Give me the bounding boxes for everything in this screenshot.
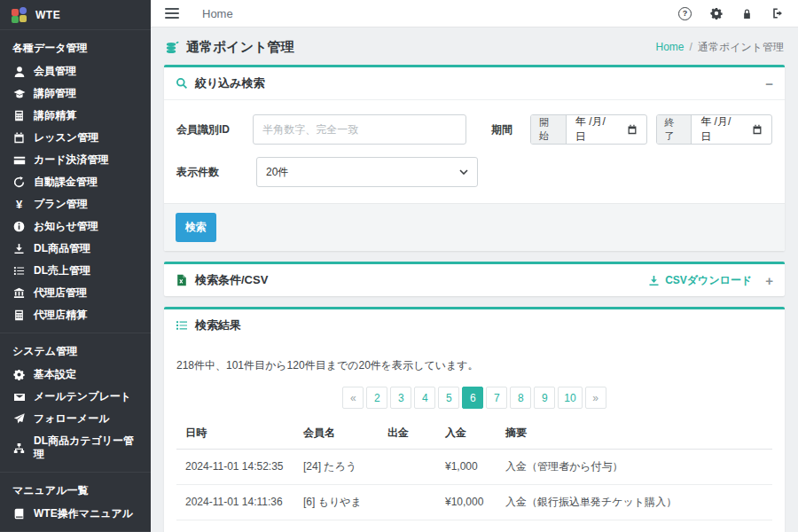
cell-summary: 入金（銀行振込単発チケット購入） xyxy=(497,485,772,520)
bank-icon xyxy=(12,287,26,300)
csv-download-label: CSVダウンロード xyxy=(665,273,752,288)
signout-icon[interactable] xyxy=(771,7,784,20)
pagination-page-7[interactable]: 7 xyxy=(486,387,507,409)
menu-toggle-icon[interactable] xyxy=(165,8,179,19)
member-id-input[interactable] xyxy=(253,114,466,145)
per-page-select[interactable]: 20件 xyxy=(256,157,478,187)
list-icon xyxy=(176,319,188,332)
sidebar-item-dl-sales[interactable]: DL売上管理 xyxy=(0,260,151,282)
sidebar-item-label: DL商品カテゴリー管理 xyxy=(34,434,138,461)
sidebar-item-follow-mail[interactable]: フォローメール xyxy=(0,408,151,430)
period-label: 期間 xyxy=(491,122,530,137)
page-title-text: 通常ポイント管理 xyxy=(186,39,293,56)
cell-withdrawal xyxy=(379,485,436,520)
sidebar-item-lessons[interactable]: レッスン管理 xyxy=(0,127,151,149)
sidebar-item-label: DL商品管理 xyxy=(34,242,90,255)
calculator-icon xyxy=(12,110,26,122)
sidebar-section-data: 各種データ管理 xyxy=(0,30,151,60)
table-header-row: 日時 会員名 出金 入金 摘要 xyxy=(176,418,772,450)
sitemap-icon xyxy=(12,442,26,454)
cell-withdrawal: ¥1,000 xyxy=(379,520,436,532)
yen-icon: ¥ xyxy=(12,199,26,211)
breadcrumb-home-link[interactable]: Home xyxy=(656,41,685,53)
cell-member: [6] もりやま xyxy=(294,485,379,520)
sidebar-item-label: お知らせ管理 xyxy=(34,220,98,233)
sidebar-item-announcements[interactable]: お知らせ管理 xyxy=(0,215,151,238)
filter-card-footer: 検索 xyxy=(164,203,785,251)
csv-card-title: 検索条件/CSV xyxy=(195,272,268,288)
cell-deposit: ¥1,000 xyxy=(436,450,497,485)
excel-file-icon xyxy=(176,274,188,286)
end-date-value: 年 /月/日 xyxy=(700,114,738,145)
sidebar-item-agencies[interactable]: 代理店管理 xyxy=(0,282,151,304)
cell-member: [24] たろう xyxy=(294,520,379,532)
sidebar: WTE 各種データ管理 会員管理 講師管理 講師精算 レッスン管理 カード決済管… xyxy=(0,0,151,532)
sidebar-item-dl-products[interactable]: DL商品管理 xyxy=(0,238,151,260)
sidebar-item-basic-settings[interactable]: 基本設定 xyxy=(0,364,151,386)
sidebar-item-label: レッスン管理 xyxy=(34,131,98,145)
pagination-page-5[interactable]: 5 xyxy=(438,387,459,409)
col-deposit: 入金 xyxy=(436,418,497,450)
sidebar-item-auto-billing[interactable]: 自動課金管理 xyxy=(0,171,151,193)
col-datetime: 日時 xyxy=(176,418,294,450)
member-id-label: 会員識別ID xyxy=(176,122,253,137)
col-member: 会員名 xyxy=(294,418,379,450)
sidebar-item-instructor-settlement[interactable]: 講師精算 xyxy=(0,105,151,127)
user-icon xyxy=(12,66,26,78)
logo-text: WTE xyxy=(35,9,60,21)
pagination-page-9[interactable]: 9 xyxy=(534,387,555,409)
expand-icon[interactable]: + xyxy=(765,274,773,287)
start-date-input[interactable]: 開始 年 /月/日 xyxy=(530,114,646,145)
page-title: 通常ポイント管理 xyxy=(165,39,293,56)
sidebar-item-label: WTE操作マニュアル xyxy=(34,507,133,520)
end-date-prefix: 終了 xyxy=(657,115,692,144)
sidebar-item-members[interactable]: 会員管理 xyxy=(0,60,151,82)
calculator-icon xyxy=(12,309,26,322)
calendar-icon[interactable] xyxy=(627,124,638,135)
cell-deposit: ¥10,000 xyxy=(436,485,497,520)
sidebar-item-agency-settlement[interactable]: 代理店精算 xyxy=(0,304,151,326)
coins-icon xyxy=(165,41,179,54)
app-logo[interactable]: WTE xyxy=(0,0,151,30)
pagination-next[interactable]: » xyxy=(585,387,606,409)
pagination-page-8[interactable]: 8 xyxy=(510,387,531,409)
filter-card: 絞り込み検索 − 会員識別ID 期間 開始 年 /月/日 終了 年 /月/日 表… xyxy=(164,65,785,251)
pagination-page-6-active[interactable]: 6 xyxy=(462,387,483,409)
info-circle-icon xyxy=(12,221,26,233)
end-date-input[interactable]: 終了 年 /月/日 xyxy=(656,114,772,145)
sidebar-item-plans[interactable]: ¥ プラン管理 xyxy=(0,193,151,215)
csv-download-link[interactable]: CSVダウンロード xyxy=(648,273,752,288)
results-card-body: 218件中、101件目から120件目までの20件を表示しています。 « 2 3 … xyxy=(164,341,785,532)
sidebar-item-dl-categories[interactable]: DL商品カテゴリー管理 xyxy=(0,430,151,466)
calendar-icon[interactable] xyxy=(752,124,763,135)
sidebar-item-manual[interactable]: WTE操作マニュアル xyxy=(0,503,151,525)
results-card-title: 検索結果 xyxy=(195,317,241,333)
filter-card-header: 絞り込み検索 − xyxy=(164,67,785,100)
envelope-icon xyxy=(12,391,26,403)
gear-icon xyxy=(12,369,26,381)
gear-icon[interactable] xyxy=(710,7,723,20)
pagination-page-10[interactable]: 10 xyxy=(558,387,582,409)
sidebar-item-mail-templates[interactable]: メールテンプレート xyxy=(0,386,151,408)
sidebar-item-label: 講師管理 xyxy=(34,87,76,100)
pagination-page-2[interactable]: 2 xyxy=(366,387,387,409)
table-row: 2024-11-01 14:52:35 [24] たろう ¥1,000 入金（管… xyxy=(176,450,772,485)
collapse-icon[interactable]: − xyxy=(765,77,773,90)
topbar-home-link[interactable]: Home xyxy=(202,7,233,20)
search-button[interactable]: 検索 xyxy=(176,213,216,242)
table-row: 2024-11-01 14:11:36 [6] もりやま ¥10,000 入金（… xyxy=(176,485,772,520)
chevron-down-icon xyxy=(459,169,468,175)
pagination-page-4[interactable]: 4 xyxy=(414,387,435,409)
csv-card-header: 検索条件/CSV CSVダウンロード + xyxy=(164,264,785,296)
sidebar-item-card-payments[interactable]: カード決済管理 xyxy=(0,149,151,171)
pagination-page-3[interactable]: 3 xyxy=(390,387,411,409)
book-icon xyxy=(12,508,26,520)
start-date-prefix: 開始 xyxy=(531,115,567,144)
cell-member: [24] たろう xyxy=(294,450,379,485)
pagination-prev[interactable]: « xyxy=(342,387,364,409)
sidebar-item-label: カード決済管理 xyxy=(34,153,109,167)
lock-icon[interactable] xyxy=(741,8,753,20)
help-icon[interactable]: ? xyxy=(678,7,692,20)
sidebar-item-instructors[interactable]: 講師管理 xyxy=(0,82,151,105)
sidebar-item-label: 講師精算 xyxy=(34,109,76,122)
